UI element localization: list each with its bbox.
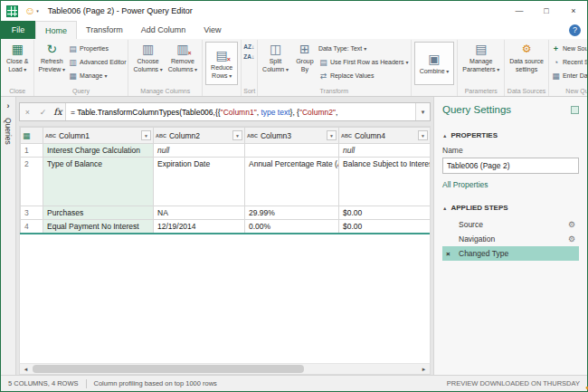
tab-home[interactable]: Home — [35, 21, 77, 39]
tab-transform[interactable]: Transform — [77, 21, 132, 39]
select-all-corner[interactable]: ▦ — [21, 128, 43, 144]
column-header-column3[interactable]: ABC Column3 ▼ — [245, 128, 339, 144]
cell[interactable]: $0.00 — [339, 220, 431, 234]
combine-button[interactable]: ▣ Combine — [414, 42, 455, 85]
step-settings-gear-icon[interactable]: ⚙ — [568, 234, 575, 244]
properties-section-header[interactable]: ▲ PROPERTIES — [442, 131, 579, 139]
status-divider — [86, 379, 87, 388]
choose-columns-button[interactable]: ▥ Choose Columns — [130, 40, 165, 74]
scrollbar-thumb[interactable] — [33, 365, 304, 373]
filter-dropdown-icon[interactable]: ▼ — [232, 130, 242, 140]
cell[interactable]: Expiration Date — [154, 158, 245, 206]
advanced-editor-button[interactable]: ▥ Advanced Editor — [68, 56, 126, 68]
data-source-settings-button[interactable]: ⚙ Data source settings — [507, 40, 546, 74]
status-profiling-info[interactable]: Column profiling based on top 1000 rows — [94, 379, 217, 387]
manage-parameters-button[interactable]: ▤ Manage Parameters — [460, 40, 502, 74]
formula-bar: × ✓ fx = Table.TransformColumnTypes(Tabl… — [19, 102, 431, 121]
expand-formula-bar-icon[interactable]: ▾ — [415, 103, 430, 120]
applied-step-changed-type[interactable]: × Changed Type — [442, 246, 579, 261]
remove-columns-button[interactable]: ▥× Remove Columns — [166, 40, 200, 74]
formula-string: "Column2" — [299, 108, 336, 117]
collapse-panel-icon[interactable] — [571, 106, 579, 114]
close-button[interactable]: × — [560, 1, 587, 21]
query-name-input[interactable] — [442, 158, 579, 174]
manage-parameters-label: Manage Parameters — [462, 58, 499, 74]
enter-data-button[interactable]: ▦✎ Enter Data — [551, 70, 587, 81]
cell[interactable]: null — [154, 144, 245, 158]
applied-step-source[interactable]: × Source ⚙ — [442, 217, 579, 232]
commit-formula-icon[interactable]: ✓ — [35, 103, 51, 120]
column-header-column1[interactable]: ABC Column1 ▼ — [43, 128, 154, 144]
filter-dropdown-icon[interactable]: ▼ — [141, 130, 151, 140]
table-row: 3 Purchases NA 29.99% $0.00 — [21, 206, 431, 220]
filter-dropdown-icon[interactable]: ▼ — [327, 130, 337, 140]
data-type-label: Data Type: Text — [318, 45, 362, 52]
close-and-load-button[interactable]: ▦ Close & Load — [4, 40, 32, 74]
chevron-down-icon: ▾ — [406, 59, 409, 65]
applied-step-navigation[interactable]: × Navigation ⚙ — [442, 232, 579, 246]
row-number[interactable]: 3 — [21, 206, 43, 220]
text-type-icon: ABC — [156, 130, 166, 141]
expand-queries-pane-icon[interactable]: › — [7, 101, 10, 110]
enter-data-label: Enter Data — [563, 72, 587, 79]
split-column-icon: ◫ — [270, 42, 281, 57]
filter-dropdown-icon[interactable]: ▼ — [418, 130, 428, 140]
new-source-button[interactable]: + New Source ▾ — [551, 43, 587, 54]
cell[interactable]: 29.99% — [245, 206, 339, 220]
help-button[interactable]: ? — [569, 24, 581, 36]
cell[interactable]: Balance Subject to Interest Rate — [339, 158, 431, 206]
replace-values-button[interactable]: ⇄ Replace Values — [318, 70, 409, 81]
applied-steps-section-header[interactable]: ▲ APPLIED STEPS — [442, 204, 579, 212]
step-name: Source — [457, 220, 568, 229]
tab-view[interactable]: View — [194, 21, 230, 39]
cell[interactable]: 12/19/2014 — [154, 220, 245, 234]
manage-button[interactable]: ▦ Manage ▾ — [68, 70, 126, 81]
cell[interactable]: Purchases — [43, 206, 154, 220]
row-number[interactable]: 2 — [21, 158, 43, 206]
cell[interactable]: null — [339, 144, 431, 158]
scroll-right-icon[interactable]: ▸ — [418, 366, 430, 373]
scroll-left-icon[interactable]: ◂ — [20, 366, 32, 373]
maximize-button[interactable]: □ — [533, 1, 560, 21]
reduce-rows-button[interactable]: ▤× Reduce Rows — [205, 42, 238, 85]
group-by-button[interactable]: ⊞ Group By — [291, 40, 318, 74]
cell[interactable]: Type of Balance — [43, 158, 154, 206]
cell[interactable]: Annual Percentage Rate (APR) — [245, 158, 339, 206]
horizontal-scrollbar[interactable]: ◂ ▸ — [19, 363, 431, 375]
status-columns-rows: 5 COLUMNS, 4 ROWS — [8, 379, 79, 387]
cell[interactable] — [245, 144, 339, 158]
all-properties-link[interactable]: All Properties — [442, 180, 488, 189]
properties-button[interactable]: ▤ Properties — [68, 43, 126, 54]
queries-pane-collapsed[interactable]: › Queries — [1, 97, 16, 375]
sort-ascending-button[interactable]: AZ↓ — [243, 43, 254, 51]
formula-input[interactable]: = Table.TransformColumnTypes(Table006,{{… — [66, 103, 415, 120]
sort-descending-button[interactable]: ZA↓ — [243, 53, 254, 61]
formula-text: }, { — [290, 108, 299, 117]
status-bar: 5 COLUMNS, 4 ROWS Column profiling based… — [1, 375, 587, 391]
cell[interactable]: Equal Payment No Interest — [43, 220, 154, 234]
cell[interactable]: 0.00% — [245, 220, 339, 234]
chevron-down-icon: ▾ — [364, 45, 366, 52]
row-number[interactable]: 1 — [21, 144, 43, 158]
enter-data-icon: ▦✎ — [551, 72, 561, 81]
column-header-column2[interactable]: ABC Column2 ▼ — [154, 128, 245, 144]
cell[interactable]: NA — [154, 206, 245, 220]
recent-sources-button[interactable]: ◔ Recent Sources ▾ — [551, 56, 587, 68]
cell[interactable]: Interest Charge Calculation — [43, 144, 154, 158]
use-first-row-as-headers-button[interactable]: ▤ Use First Row as Headers ▾ — [318, 56, 409, 68]
column-header-column4[interactable]: ABC Column4 ▼ — [339, 128, 431, 144]
feedback-smiley-button[interactable]: ☺ ▾ — [24, 5, 39, 16]
split-column-button[interactable]: ◫ Split Column — [260, 40, 291, 74]
step-settings-gear-icon[interactable]: ⚙ — [568, 220, 575, 229]
tab-file[interactable]: File — [1, 21, 35, 39]
row-number[interactable]: 4 — [21, 220, 43, 234]
cancel-formula-icon[interactable]: × — [20, 103, 35, 120]
delete-step-icon[interactable]: × — [446, 250, 457, 258]
data-type-button[interactable]: Data Type: Text ▾ — [318, 43, 409, 54]
column-name: Column3 — [261, 130, 324, 141]
cell[interactable]: $0.00 — [339, 206, 431, 220]
refresh-preview-button[interactable]: ↻ Refresh Preview — [36, 40, 69, 74]
tab-add-column[interactable]: Add Column — [132, 21, 195, 39]
minimize-button[interactable]: — — [506, 1, 533, 21]
group-label-manage-columns: Manage Columns — [130, 86, 200, 96]
